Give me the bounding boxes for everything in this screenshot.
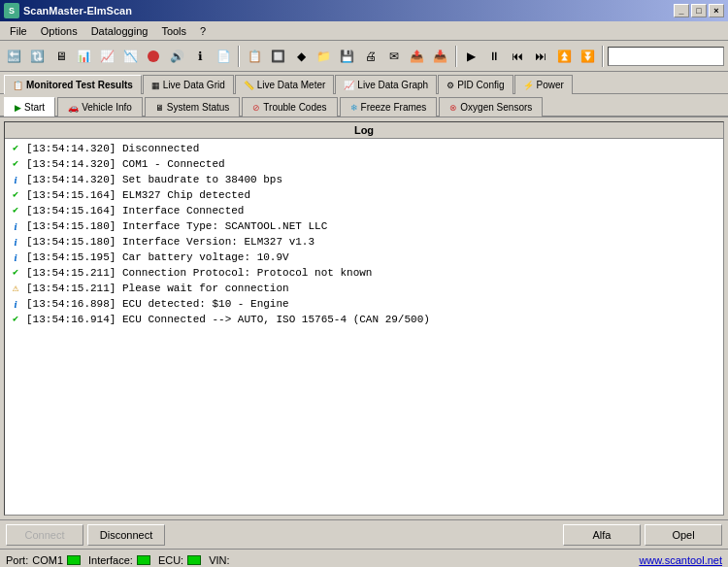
tab-live-data-meter[interactable]: 📏 Live Data Meter — [235, 75, 335, 94]
tb-upload[interactable]: 📤 — [407, 45, 428, 68]
tab-start[interactable]: ▶ Start — [4, 97, 55, 117]
tab-vehicle-info[interactable]: 🚗 Vehicle Info — [57, 97, 143, 117]
tb-back[interactable]: 🔙 — [4, 45, 25, 68]
tb-up[interactable]: ⏫ — [553, 45, 575, 68]
tb-down[interactable]: ⏬ — [577, 45, 598, 68]
tb-stop[interactable] — [144, 45, 165, 68]
window-controls[interactable]: _ □ × — [674, 4, 724, 17]
live-meter-icon: 📏 — [244, 81, 254, 90]
bottom-left-buttons: Connect Disconnect — [6, 524, 165, 546]
check-icon: ✔ — [13, 203, 18, 218]
freeze-frames-icon: ❄ — [350, 103, 358, 113]
log-entry: i[13:54:15.180] Interface Type: SCANTOOL… — [9, 218, 719, 234]
toolbar-separator-3 — [602, 46, 604, 67]
check-icon: ✔ — [13, 141, 18, 156]
log-entry: ✔[13:54:15.211] Connection Protocol: Pro… — [9, 265, 719, 281]
toolbar-separator-1 — [238, 46, 240, 67]
tb-play[interactable]: ▶ — [461, 45, 482, 68]
tb-refresh[interactable]: 🔃 — [27, 45, 49, 68]
menu-tools[interactable]: Tools — [155, 23, 192, 39]
log-entry: i[13:54:14.320] Set baudrate to 38400 bp… — [9, 172, 719, 187]
interface-led — [137, 555, 150, 565]
tab-power[interactable]: ⚡ Power — [514, 75, 573, 94]
tb-open[interactable]: 📁 — [314, 45, 335, 68]
tab-live-data-grid[interactable]: ▦ Live Data Grid — [143, 75, 234, 94]
ecu-led — [187, 555, 201, 565]
log-text: [13:54:15.164] Interface Connected — [26, 203, 244, 218]
tab-row-2: ▶ Start 🚗 Vehicle Info 🖥 System Status ⊘… — [0, 94, 728, 117]
tab-freeze-frames[interactable]: ❄ Freeze Frames — [340, 97, 438, 117]
close-button[interactable]: × — [709, 4, 724, 17]
log-icon: i — [9, 219, 22, 233]
power-icon: ⚡ — [523, 81, 534, 90]
check-icon: ✔ — [13, 312, 18, 327]
start-icon: ▶ — [15, 103, 21, 113]
tab-monitored-test-results[interactable]: 📋 Monitored Test Results — [4, 75, 142, 94]
maximize-button[interactable]: □ — [691, 4, 707, 17]
tb-clipboard[interactable]: 📋 — [244, 45, 265, 68]
opel-button[interactable]: Opel — [645, 524, 722, 546]
port-label: Port: — [6, 554, 28, 566]
toolbar-search-input[interactable] — [608, 47, 724, 66]
status-ecu: ECU: — [158, 554, 201, 566]
tab-pid-config[interactable]: ⚙ PID Config — [438, 75, 513, 94]
log-icon: ✔ — [9, 157, 22, 171]
tb-info[interactable]: ℹ — [189, 45, 211, 68]
log-text: [13:54:16.898] ECU detected: $10 - Engin… — [26, 296, 289, 312]
log-content[interactable]: ✔[13:54:14.320] Disconnected✔[13:54:14.3… — [5, 139, 723, 515]
status-bar: Port: COM1 Interface: ECU: VIN: www.scan… — [0, 549, 728, 567]
tab-row-1: 📋 Monitored Test Results ▦ Live Data Gri… — [0, 72, 728, 94]
tb-chart2[interactable]: 📈 — [97, 45, 118, 68]
tab-trouble-codes[interactable]: ⊘ Trouble Codes — [242, 97, 337, 117]
tb-chart3[interactable]: 📉 — [120, 45, 142, 68]
tb-audio[interactable]: 🔊 — [166, 45, 187, 68]
interface-label: Interface: — [88, 554, 133, 566]
status-interface: Interface: — [88, 554, 150, 566]
tab-live-data-graph[interactable]: 📈 Live Data Graph — [335, 75, 437, 94]
warning-icon: ⚠ — [13, 281, 19, 296]
menu-bar: File Options Datalogging Tools ? — [0, 21, 728, 41]
log-text: [13:54:15.211] Connection Protocol: Prot… — [26, 265, 372, 281]
tb-pause[interactable]: ⏸ — [483, 45, 505, 68]
bottom-right-buttons: Alfa Opel — [563, 524, 722, 546]
disconnect-button[interactable]: Disconnect — [87, 524, 165, 546]
menu-file[interactable]: File — [4, 23, 33, 39]
tb-prev[interactable]: ⏮ — [507, 45, 528, 68]
log-icon: ✔ — [9, 266, 22, 280]
tb-download[interactable]: 📥 — [430, 45, 451, 68]
log-icon: i — [9, 235, 22, 249]
app-icon: S — [4, 3, 19, 18]
tb-rect[interactable]: 🔲 — [267, 45, 288, 68]
tb-doc[interactable]: 📄 — [213, 45, 234, 68]
check-icon: ✔ — [13, 187, 18, 203]
tb-next[interactable]: ⏭ — [530, 45, 551, 68]
tab-oxygen-sensors[interactable]: ⊗ Oxygen Sensors — [439, 97, 543, 117]
menu-options[interactable]: Options — [35, 23, 83, 39]
alfa-button[interactable]: Alfa — [563, 524, 641, 546]
tb-diamond[interactable]: ◆ — [290, 45, 312, 68]
connect-button[interactable]: Connect — [6, 524, 83, 546]
log-entry: ✔[13:54:14.320] COM1 - Connected — [9, 156, 719, 172]
tb-monitor[interactable]: 🖥 — [50, 45, 72, 68]
website-link[interactable]: www.scantool.net — [639, 554, 722, 566]
tb-chart[interactable]: 📊 — [74, 45, 95, 68]
minimize-button[interactable]: _ — [674, 4, 689, 17]
log-entry: ✔[13:54:14.320] Disconnected — [9, 141, 719, 156]
system-status-icon: 🖥 — [155, 103, 164, 113]
monitored-test-icon: 📋 — [13, 81, 23, 90]
vehicle-icon: 🚗 — [68, 103, 79, 113]
check-icon: ✔ — [13, 156, 18, 172]
status-port: Port: COM1 — [6, 554, 81, 566]
tb-save[interactable]: 💾 — [337, 45, 358, 68]
menu-datalogging[interactable]: Datalogging — [85, 23, 154, 39]
log-text: [13:54:15.164] ELM327 Chip detected — [26, 187, 250, 203]
tab-system-status[interactable]: 🖥 System Status — [145, 97, 240, 117]
info-icon: i — [14, 296, 17, 312]
tb-print[interactable]: 🖨 — [360, 45, 381, 68]
log-icon: i — [9, 173, 22, 186]
toolbar: 🔙 🔃 🖥 📊 📈 📉 🔊 ℹ 📄 📋 🔲 ◆ 📁 💾 🖨 ✉ 📤 📥 ▶ ⏸ … — [0, 41, 728, 72]
menu-help[interactable]: ? — [194, 23, 212, 39]
log-icon: i — [9, 297, 22, 311]
main-content: Log ✔[13:54:14.320] Disconnected✔[13:54:… — [0, 117, 728, 519]
tb-mail[interactable]: ✉ — [383, 45, 405, 68]
